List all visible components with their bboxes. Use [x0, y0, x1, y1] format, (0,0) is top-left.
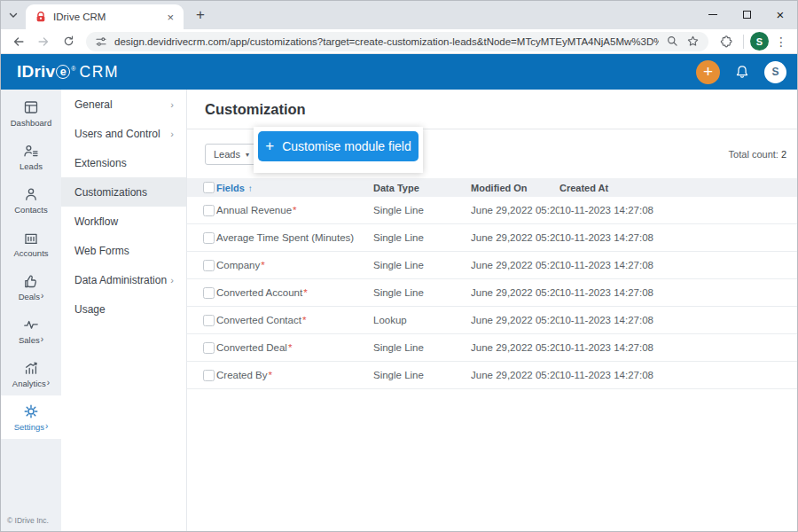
- required-asterisk: *: [303, 287, 307, 298]
- url-bar[interactable]: design.devidrivecrm.com/app/customizatio…: [86, 32, 708, 51]
- idrive-crm-logo: IDrive®CRM: [17, 62, 119, 82]
- logo-product-text: CRM: [80, 63, 119, 82]
- column-header-modified-on[interactable]: Modified On: [471, 183, 559, 193]
- sidebar-item-accounts[interactable]: Accounts: [1, 222, 61, 265]
- sidebar-item-settings[interactable]: Settings›: [1, 395, 61, 439]
- field-data-type: Single Line: [373, 260, 471, 270]
- column-header-data-type[interactable]: Data Type: [373, 183, 471, 193]
- field-created-at: 10-11-2023 14:27:08: [559, 287, 797, 298]
- menu-item-extensions[interactable]: Extensions: [61, 148, 186, 177]
- field-data-type: Single Line: [373, 287, 471, 298]
- sort-ascending-icon: ↑: [248, 184, 253, 193]
- browser-window: IDrive CRM × + × design.devidrivecrm.com…: [0, 0, 798, 532]
- window-controls: ×: [696, 1, 797, 27]
- module-select-dropdown[interactable]: Leads ▾: [205, 144, 258, 165]
- extensions-button[interactable]: [716, 31, 737, 52]
- app-header: IDrive®CRM + S: [1, 54, 797, 90]
- field-data-type: Single Line: [373, 342, 471, 353]
- back-button[interactable]: [8, 31, 29, 52]
- row-checkbox[interactable]: [203, 287, 215, 299]
- bell-icon: [734, 64, 750, 80]
- field-modified-on: June 29,2022 05:20: [471, 315, 559, 325]
- quick-add-button[interactable]: +: [696, 60, 720, 84]
- idrive-favicon-icon: [35, 11, 47, 23]
- bookmark-star-icon[interactable]: [686, 35, 700, 48]
- sidebar-item-leads[interactable]: Leads: [1, 135, 61, 178]
- main-content: Customization Leads ▾ + Customise module…: [187, 90, 797, 531]
- field-created-at: 10-11-2023 14:27:08: [559, 260, 797, 270]
- tab-title: IDrive CRM: [53, 12, 158, 22]
- field-created-at: 10-11-2023 14:27:08: [559, 232, 797, 243]
- sidebar-item-dashboard[interactable]: Dashboard: [1, 91, 61, 135]
- menu-item-users-and-control[interactable]: Users and Control ›: [61, 119, 186, 148]
- logo-brand-text: IDriv: [17, 62, 55, 82]
- toolbar-divider: [743, 35, 744, 49]
- sidebar-item-contacts[interactable]: Contacts: [1, 178, 61, 222]
- registered-mark: ®: [71, 66, 75, 72]
- select-all-checkbox[interactable]: [203, 182, 215, 193]
- total-count-value: 2: [781, 149, 786, 160]
- minimize-icon: [708, 14, 717, 15]
- menu-item-usage[interactable]: Usage: [61, 294, 186, 324]
- field-data-type: Lookup: [373, 315, 471, 325]
- fields-table: Fields↑ Data Type Modified On Created At…: [187, 178, 797, 531]
- page-title-bar: Customization: [187, 90, 797, 129]
- window-maximize-button[interactable]: [730, 1, 763, 27]
- row-checkbox[interactable]: [203, 232, 215, 244]
- menu-item-customizations[interactable]: Customizations: [61, 177, 186, 207]
- required-asterisk: *: [293, 205, 296, 215]
- browser-tab-active[interactable]: IDrive CRM ×: [26, 4, 184, 29]
- customise-module-field-button[interactable]: + Customise module field: [258, 131, 419, 161]
- column-header-created-at[interactable]: Created At: [559, 183, 797, 193]
- field-data-type: Single Line: [373, 205, 471, 215]
- module-select-value: Leads: [214, 149, 240, 160]
- window-close-button[interactable]: ×: [763, 1, 797, 27]
- field-modified-on: June 29,2022 05:20: [471, 260, 559, 270]
- menu-item-data-administration[interactable]: Data Administration ›: [61, 265, 186, 294]
- notifications-button[interactable]: [734, 64, 750, 80]
- menu-item-web-forms[interactable]: Web Forms: [61, 236, 186, 265]
- header-actions: + S: [696, 60, 786, 84]
- sidebar-item-analytics[interactable]: Analytics›: [1, 352, 61, 395]
- sidebar-item-deals[interactable]: Deals›: [1, 265, 61, 309]
- row-checkbox[interactable]: [203, 315, 215, 326]
- maximize-icon: [743, 11, 751, 19]
- total-count-label: Total count:: [729, 149, 778, 160]
- field-name: Company: [216, 260, 260, 270]
- module-toolbar: Leads ▾ + Customise module field Total c…: [187, 129, 797, 178]
- browser-menu-kebab-icon[interactable]: ⋮: [772, 35, 790, 49]
- plus-icon: +: [265, 137, 274, 156]
- tab-close-icon[interactable]: ×: [164, 11, 176, 24]
- site-info-icon[interactable]: [95, 35, 107, 48]
- window-minimize-button[interactable]: [696, 1, 730, 27]
- user-avatar[interactable]: S: [764, 61, 786, 83]
- forward-button[interactable]: [33, 31, 54, 52]
- row-checkbox[interactable]: [203, 260, 215, 271]
- field-data-type: Single Line: [373, 232, 471, 243]
- zoom-icon[interactable]: [666, 35, 679, 48]
- menu-item-workflow[interactable]: Workflow: [61, 207, 186, 236]
- tab-search-button[interactable]: [1, 3, 26, 27]
- sidebar-item-sales[interactable]: Sales›: [1, 309, 61, 352]
- field-created-at: 10-11-2023 14:27:08: [559, 315, 797, 325]
- row-checkbox[interactable]: [203, 205, 215, 216]
- reload-button[interactable]: [58, 31, 79, 52]
- page-title: Customization: [205, 101, 306, 118]
- settings-icon: [23, 403, 39, 419]
- row-checkbox[interactable]: [203, 342, 215, 354]
- new-tab-button[interactable]: +: [189, 4, 212, 27]
- dashboard-icon: [23, 99, 39, 115]
- field-name: Created By: [216, 370, 268, 380]
- column-header-fields[interactable]: Fields↑: [216, 183, 373, 193]
- menu-item-general[interactable]: General ›: [61, 90, 186, 119]
- chevron-down-icon: [8, 10, 19, 20]
- contacts-icon: [23, 186, 39, 202]
- browser-profile-avatar[interactable]: S: [750, 32, 769, 51]
- table-header-row: Fields↑ Data Type Modified On Created At: [187, 178, 797, 197]
- field-modified-on: June 29,2022 05:20: [471, 342, 559, 353]
- puzzle-icon: [720, 35, 733, 48]
- field-modified-on: June 29,2022 05:20: [471, 370, 559, 380]
- row-checkbox[interactable]: [203, 370, 215, 381]
- browser-tabstrip: IDrive CRM × + ×: [1, 1, 797, 29]
- analytics-icon: [23, 360, 39, 376]
